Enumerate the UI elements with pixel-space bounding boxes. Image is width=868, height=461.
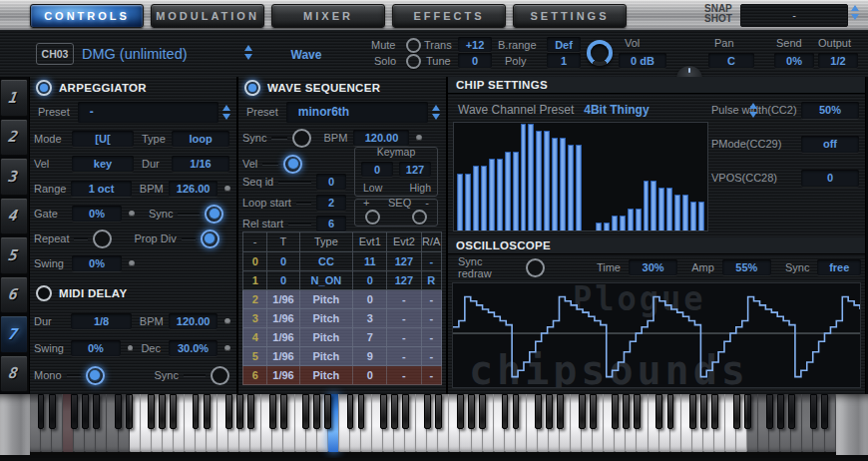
black-key[interactable] — [557, 394, 564, 429]
black-key[interactable] — [468, 394, 475, 429]
wavetable-bar[interactable] — [666, 188, 672, 230]
black-key[interactable] — [159, 394, 166, 429]
black-key[interactable] — [424, 394, 431, 429]
black-key[interactable] — [170, 394, 177, 429]
wavetable-bar[interactable] — [690, 202, 696, 230]
scope-amp-value[interactable]: 55% — [722, 259, 771, 275]
tab-modulation[interactable]: MODULATION — [151, 4, 264, 28]
table-row[interactable]: 61/96Pitch0-- — [242, 366, 442, 385]
black-key[interactable] — [535, 394, 542, 429]
arrow-up-icon[interactable] — [851, 5, 859, 11]
black-key[interactable] — [612, 394, 619, 429]
arp-sync-toggle[interactable] — [205, 205, 223, 224]
black-key[interactable] — [655, 394, 662, 429]
arp-type-value[interactable]: loop — [172, 131, 229, 147]
wavetable-bar[interactable] — [644, 181, 650, 231]
black-key[interactable] — [689, 394, 696, 429]
black-key[interactable] — [38, 394, 45, 429]
snapshot-spinner[interactable] — [851, 5, 859, 20]
tune-value[interactable]: 0 — [458, 53, 492, 68]
black-key[interactable] — [82, 394, 89, 429]
arpeggiator-enable-radio[interactable] — [36, 80, 52, 96]
wavetable-bar[interactable] — [698, 202, 704, 230]
black-key[interactable] — [302, 394, 309, 429]
black-key[interactable] — [280, 394, 287, 429]
black-key[interactable] — [777, 394, 784, 429]
seq-preset-dropdown[interactable]: minor6th — [286, 102, 428, 123]
delay-swing-value[interactable]: 0% — [71, 340, 120, 356]
wavetable-bar[interactable] — [651, 181, 656, 231]
seq-remove-button[interactable] — [412, 210, 427, 225]
wavetable-bar[interactable] — [576, 145, 582, 230]
delay-dur-value[interactable]: 1/8 — [71, 313, 132, 329]
trans-value[interactable]: +12 — [458, 37, 492, 52]
black-key[interactable] — [502, 394, 509, 429]
tab-effects[interactable]: EFFECTS — [392, 4, 506, 28]
black-key[interactable] — [391, 394, 398, 429]
tab-mixer[interactable]: MIXER — [271, 4, 385, 28]
arp-preset-spinner[interactable] — [222, 105, 230, 120]
black-key[interactable] — [225, 394, 232, 429]
wavetable-bar[interactable] — [612, 216, 618, 230]
black-key[interactable] — [479, 394, 486, 429]
table-row[interactable]: 41/96Pitch7-- — [242, 328, 442, 347]
arp-preset-dropdown[interactable]: - — [78, 102, 218, 123]
black-key[interactable] — [126, 394, 133, 429]
wave-channel-preset-spinner[interactable] — [749, 103, 757, 118]
wavetable-bar[interactable] — [674, 195, 680, 230]
bend-range-value[interactable]: Def — [547, 37, 581, 52]
keymap-low-value[interactable]: 0 — [361, 162, 393, 177]
arp-mode-value[interactable]: [U[ — [72, 131, 134, 147]
wavetable-bar[interactable] — [628, 209, 634, 230]
wavetable-bar[interactable] — [473, 166, 479, 230]
wavetable-bar[interactable] — [457, 174, 463, 230]
black-key[interactable] — [115, 394, 122, 429]
arp-swing-value[interactable]: 0% — [72, 255, 122, 271]
wavetable-bar[interactable] — [521, 124, 527, 230]
wave-mode-button[interactable]: Wave — [261, 46, 351, 64]
seq-id-value[interactable]: 0 — [316, 174, 346, 190]
rack-channel-4[interactable]: 4 — [0, 198, 28, 235]
arp-repeat-toggle[interactable] — [93, 230, 112, 248]
arp-dur-value[interactable]: 1/16 — [172, 156, 229, 172]
black-key[interactable] — [634, 394, 641, 429]
wavetable-bar[interactable] — [497, 159, 503, 230]
wavetable-bar[interactable] — [505, 152, 511, 230]
output-value[interactable]: 1/2 — [818, 53, 858, 68]
wavetable-bars[interactable] — [453, 122, 708, 231]
black-key[interactable] — [49, 394, 56, 429]
wavetable-bar[interactable] — [658, 188, 664, 230]
black-key[interactable] — [733, 394, 740, 429]
keymap-high-value[interactable]: 127 — [399, 162, 431, 177]
channel-preset-display[interactable]: DMG (unlimited) — [82, 43, 188, 65]
black-key[interactable] — [247, 394, 254, 429]
arrow-down-icon[interactable] — [244, 54, 252, 60]
black-key[interactable] — [788, 394, 795, 429]
arp-gate-value[interactable]: 0% — [72, 206, 122, 222]
rack-channel-2[interactable]: 2 — [0, 119, 28, 157]
arp-bpm-value[interactable]: 126.00 — [169, 181, 217, 197]
black-key[interactable] — [766, 394, 773, 429]
table-row[interactable]: 10N_ON0127R — [242, 271, 442, 290]
rack-channel-1[interactable]: 1 — [0, 79, 28, 117]
loop-start-value[interactable]: 2 — [316, 195, 346, 211]
solo-toggle[interactable] — [406, 54, 421, 69]
pmode-value[interactable]: off — [801, 136, 859, 153]
arp-vel-value[interactable]: key — [72, 156, 134, 172]
black-key[interactable] — [93, 394, 100, 429]
black-key[interactable] — [347, 394, 354, 429]
rel-start-value[interactable]: 6 — [316, 216, 346, 231]
black-key[interactable] — [623, 394, 630, 429]
pan-value[interactable]: C — [708, 53, 754, 68]
wavetable-bar[interactable] — [682, 195, 688, 230]
poly-value[interactable]: 1 — [547, 53, 581, 68]
seq-bpm-value[interactable]: 120.00 — [353, 130, 409, 146]
black-key[interactable] — [579, 394, 586, 429]
wave-sequencer-enable-radio[interactable] — [244, 80, 260, 96]
table-row[interactable]: 00CC11127- — [242, 252, 442, 271]
wavetable-bar[interactable] — [620, 216, 626, 230]
arp-propdiv-toggle[interactable] — [201, 230, 219, 248]
black-key[interactable] — [269, 394, 276, 429]
midi-delay-enable-radio[interactable] — [36, 285, 52, 301]
table-row[interactable]: 51/96Pitch9-- — [242, 347, 442, 366]
